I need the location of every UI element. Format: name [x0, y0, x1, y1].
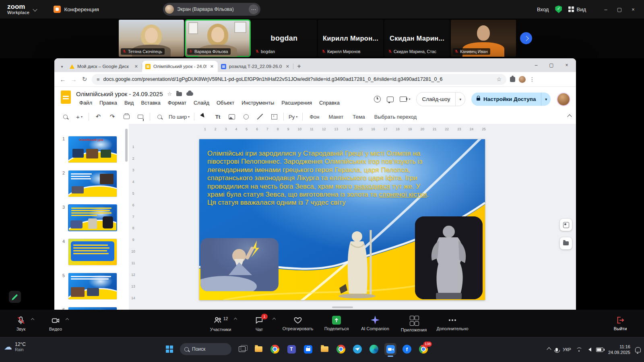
start-button[interactable] [163, 343, 175, 355]
leave-meeting-button[interactable]: Выйти [606, 316, 634, 331]
slide-4-thumbnail[interactable] [68, 239, 117, 265]
video-tile-varvara-active-speaker[interactable]: Варвара Фільова [185, 20, 250, 57]
share-access-button[interactable]: Настройки Доступа ▾ [471, 93, 551, 106]
insert-shape-tool[interactable] [240, 111, 252, 122]
slide-thumbnail-item[interactable]: 2 [60, 170, 129, 197]
tab-search-chevron-icon[interactable]: ▾ [58, 61, 66, 72]
meeting-tab[interactable]: Конференция [54, 6, 99, 13]
screen-share-pill[interactable]: Экран (Варвара Фільова) ⋯ [163, 3, 260, 16]
pen-tool-dropdown[interactable]: Ру▾ [287, 111, 299, 122]
present-to-meeting-button[interactable]: ▾ [400, 97, 410, 102]
video-tile-skidan[interactable]: Скидан Марин... Скидан Марина, Стас [384, 20, 450, 57]
facebook-button[interactable]: f [401, 343, 413, 355]
chrome-2-button[interactable] [335, 343, 347, 355]
video-tile-tetyana[interactable]: Тетяна Скочіпець [119, 20, 184, 57]
text-box-tool[interactable]: Tt [212, 111, 224, 122]
slide-thumbnail-item[interactable]: 3 [60, 204, 129, 231]
chrome-notifications-button[interactable]: 138 [417, 343, 429, 355]
layout-button[interactable]: Макет [325, 112, 347, 121]
teams-button[interactable]: T [285, 343, 297, 355]
insert-placeholder-tool[interactable] [268, 111, 280, 122]
theme-button[interactable]: Тема [349, 112, 369, 121]
insert-line-tool[interactable] [254, 111, 266, 122]
share-screen-button[interactable]: Поделиться [317, 315, 356, 332]
forward-button[interactable]: → [70, 76, 77, 83]
edge-button[interactable] [368, 343, 380, 355]
slide-thumbnail-item[interactable]: 1 Олімпійський урок [60, 136, 129, 163]
menu-tools[interactable]: Инструменты [238, 99, 277, 107]
zeus-statue-image[interactable] [327, 228, 387, 298]
current-slide[interactable]: Олімпійські ігри зародилися у Стародавні… [199, 139, 485, 300]
menu-format[interactable]: Формат [165, 99, 190, 107]
taskbar-search[interactable]: Поиск [180, 343, 231, 355]
background-button[interactable]: Фон [306, 112, 323, 121]
comments-icon[interactable] [387, 97, 394, 102]
taskbar-clock[interactable]: 11:16 24.09.2025 [608, 344, 630, 356]
select-cursor-tool[interactable] [198, 111, 210, 122]
google-account-avatar[interactable] [557, 93, 570, 106]
new-slide-button[interactable]: +▾ [73, 111, 85, 122]
ellipsis-icon[interactable]: ⋯ [249, 4, 258, 14]
slideshow-button[interactable]: Слайд-шоу ▾ [416, 92, 465, 106]
audio-button[interactable]: Звук [5, 315, 37, 331]
browser-profile-avatar[interactable] [519, 76, 526, 83]
browser-maximize-button[interactable]: ▢ [544, 62, 559, 68]
menu-object[interactable]: Объект [213, 99, 237, 107]
hercules-statue-image[interactable] [415, 216, 483, 299]
tab-slides-active[interactable]: Олімпійський урок - 24.09.202 ✕ [142, 61, 218, 72]
tab-close-icon[interactable]: ✕ [285, 64, 290, 69]
slide-thumbnail-item[interactable]: 6 [60, 307, 129, 310]
access-dropdown[interactable]: ▾ [541, 93, 551, 106]
ai-companion-button[interactable]: AI Companion [356, 315, 394, 332]
chevron-down-icon[interactable] [33, 7, 37, 11]
login-link[interactable]: Вход [537, 6, 549, 12]
wifi-icon[interactable] [576, 348, 582, 352]
filmstrip-scrollbar[interactable] [125, 129, 128, 162]
bookmark-star-icon[interactable]: ☆ [496, 76, 502, 82]
menu-extensions[interactable]: Расширения [278, 99, 315, 107]
file-explorer-button[interactable] [252, 343, 264, 355]
slide-5-thumbnail[interactable] [68, 273, 117, 300]
maximize-button[interactable]: ▢ [613, 6, 626, 12]
annotation-pencil-button[interactable] [9, 291, 21, 303]
extensions-puzzle-icon[interactable] [510, 77, 515, 82]
move-folder-icon[interactable] [176, 92, 182, 96]
undo-button[interactable]: ↶ [92, 111, 104, 122]
tab-close-icon[interactable]: ✕ [134, 64, 139, 69]
browser-minimize-button[interactable]: – [528, 62, 544, 68]
menu-insert[interactable]: Вставка [138, 99, 163, 107]
menu-file[interactable]: Файл [76, 99, 95, 107]
slideshow-dropdown[interactable]: ▾ [455, 93, 465, 106]
side-panel-folder-button[interactable] [560, 237, 572, 249]
site-settings-icon[interactable]: ≡ [97, 76, 100, 82]
cloud-status-icon[interactable] [186, 92, 193, 96]
document-title[interactable]: Олімпійський урок - 24.09.2025 [76, 90, 163, 97]
weather-widget[interactable]: ☁ 12°C Rain [4, 341, 26, 352]
browser-close-button[interactable]: × [559, 62, 574, 68]
chrome-button[interactable] [269, 343, 281, 355]
redo-button[interactable]: ↷ [106, 111, 118, 122]
zoom-level-dropdown[interactable]: По шир▾ [167, 111, 191, 122]
transition-button[interactable]: Выбрать переход [371, 112, 420, 121]
menu-help[interactable]: Справка [316, 99, 343, 107]
close-button[interactable]: × [626, 6, 640, 12]
menu-edit[interactable]: Правка [96, 99, 120, 107]
slide-3-thumbnail-selected[interactable] [68, 204, 117, 231]
video-tile-kirill[interactable]: Кирилл Мирон... Кирилл Миронов [318, 20, 383, 57]
reactions-button[interactable]: Отреагировать [279, 315, 317, 332]
slide-thumbnail-item[interactable]: 4 [60, 239, 129, 265]
slide-2-thumbnail[interactable] [68, 170, 117, 197]
version-history-icon[interactable] [374, 96, 381, 103]
task-view-button[interactable] [236, 343, 248, 355]
apps-button[interactable]: Приложения [394, 315, 433, 332]
insert-image-tool[interactable] [226, 111, 238, 122]
new-tab-button[interactable]: + [293, 61, 305, 72]
minimize-button[interactable]: – [599, 6, 613, 12]
store-button[interactable] [302, 343, 314, 355]
zoom-app-button-active[interactable] [384, 343, 396, 355]
telegram-button[interactable] [351, 343, 363, 355]
language-indicator[interactable]: УКР [563, 347, 571, 352]
security-shield-icon[interactable] [555, 6, 562, 13]
slide-6-thumbnail[interactable] [68, 307, 117, 310]
video-tile-kanivets[interactable]: Канивец Иван [451, 20, 516, 57]
